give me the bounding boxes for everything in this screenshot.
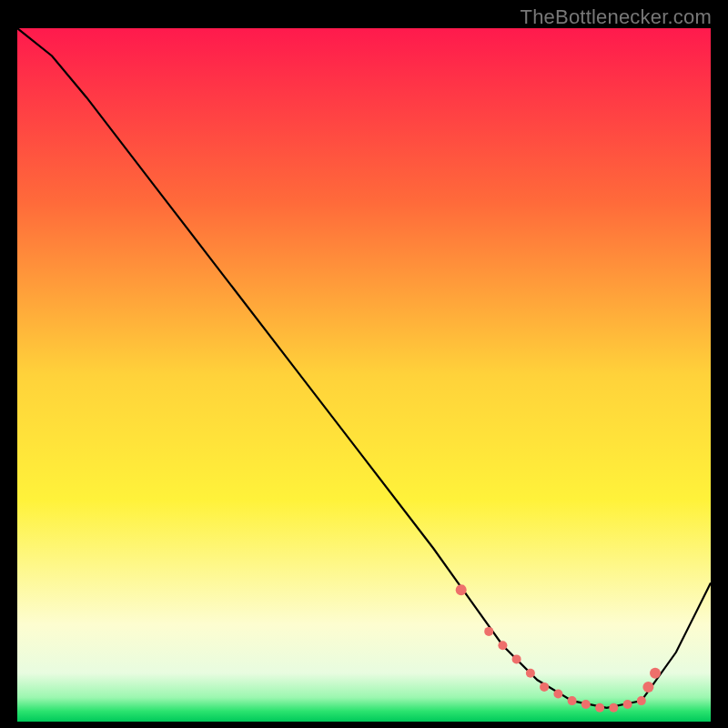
chart-container: TheBottlenecker.com: [0, 0, 728, 728]
curve-marker: [512, 654, 521, 663]
curve-marker: [526, 669, 535, 678]
curve-marker: [540, 682, 549, 692]
curve-marker: [553, 690, 562, 699]
curve-marker: [609, 703, 618, 713]
curve-marker: [650, 668, 661, 679]
chart-plot: [17, 28, 711, 722]
curve-marker: [595, 703, 604, 713]
attribution-label: TheBottlenecker.com: [521, 5, 712, 29]
curve-marker: [637, 696, 646, 705]
curve-marker: [642, 682, 653, 693]
curve-marker: [484, 627, 493, 636]
curve-marker: [568, 696, 577, 705]
gradient-background: [17, 28, 711, 722]
curve-marker: [498, 641, 507, 650]
curve-marker: [581, 700, 591, 709]
curve-marker: [623, 700, 632, 709]
curve-marker: [456, 584, 467, 595]
